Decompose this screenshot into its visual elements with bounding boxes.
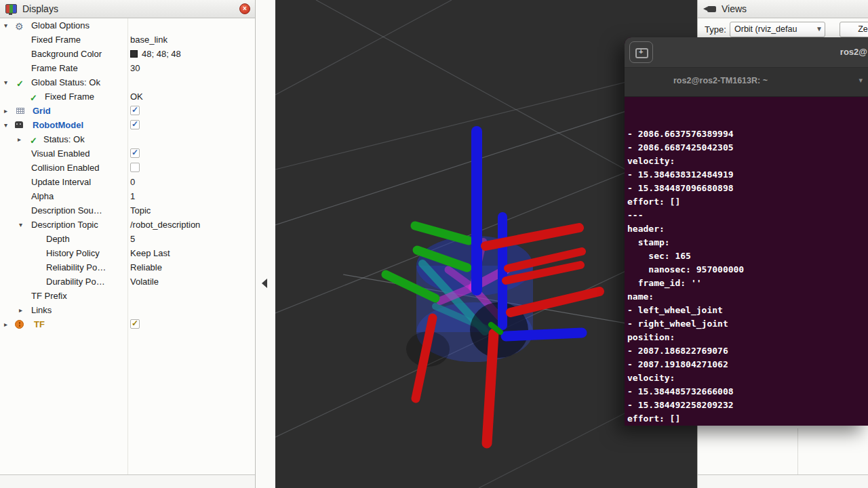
new-tab-button[interactable] <box>629 41 653 63</box>
property-value[interactable]: 0 <box>130 177 135 187</box>
display-row-global-status-ok[interactable]: ▾Global Status: Ok <box>0 75 255 89</box>
property-value[interactable]: /robot_description <box>130 220 200 230</box>
checkbox[interactable] <box>130 120 140 129</box>
property-label: Description Topic <box>31 220 98 230</box>
checkbox[interactable] <box>130 319 140 329</box>
displays-panel-title: Displays <box>22 3 58 14</box>
expander-down-icon[interactable]: ▾ <box>4 78 7 87</box>
display-row-links[interactable]: ▸Links <box>0 303 255 317</box>
check-icon <box>16 77 26 87</box>
terminal-window-title: ros2@ <box>840 47 867 57</box>
panel-splitter[interactable] <box>256 0 275 488</box>
views-type-label: Type: <box>705 24 726 35</box>
terminal-output[interactable]: - 2086.6637576389994- 2086.6687425042305… <box>625 96 868 426</box>
property-value[interactable]: 48; 48; 48 <box>142 49 181 59</box>
property-label: Frame Rate <box>31 63 78 73</box>
view-type-value: Orbit (rviz_defau <box>734 24 797 34</box>
camera-icon <box>707 6 716 12</box>
property-label: Grid <box>33 106 51 116</box>
check-icon <box>30 92 39 101</box>
display-row-reliability-po[interactable]: Reliability Po…Reliable <box>0 260 255 274</box>
terminal-line: sec: 165 <box>627 249 868 263</box>
terminal-tab-bar[interactable]: ros2@ros2-TM1613R: ~ ▾ <box>625 68 868 97</box>
display-row-description-sou[interactable]: Description Sou…Topic <box>0 203 255 218</box>
expander-right-icon[interactable]: ▸ <box>18 135 21 144</box>
robot-icon <box>15 121 23 128</box>
expander-right-icon[interactable]: ▸ <box>4 106 7 115</box>
terminal-line: --- <box>627 209 868 222</box>
property-value[interactable]: Reliable <box>130 262 162 272</box>
views-panel-title: Views <box>722 3 747 14</box>
display-row-history-policy[interactable]: History PolicyKeep Last <box>0 246 255 260</box>
display-row-frame-rate[interactable]: Frame Rate30 <box>0 61 255 75</box>
terminal-titlebar[interactable]: ros2@ <box>625 37 868 68</box>
property-value[interactable]: 30 <box>130 63 140 73</box>
terminal-line: - 2086.6637576389994 <box>627 127 868 141</box>
property-label: Status: Ok <box>43 134 85 144</box>
terminal-window[interactable]: ros2@ ros2@ros2-TM1613R: ~ ▾ - 2086.6637… <box>625 37 868 426</box>
expander-down-icon[interactable]: ▾ <box>4 121 7 129</box>
checkbox[interactable] <box>130 106 140 115</box>
property-label: Durability Po… <box>46 277 105 287</box>
terminal-line: frame_id: '' <box>627 277 868 290</box>
property-value[interactable]: 5 <box>130 234 135 244</box>
display-row-alpha[interactable]: Alpha1 <box>0 189 255 203</box>
property-label: History Policy <box>46 248 100 258</box>
displays-panel-icon <box>5 4 17 14</box>
property-value[interactable]: 1 <box>130 191 135 201</box>
property-label: Global Options <box>31 20 90 30</box>
terminal-line: - 15.384492258209232 <box>627 399 868 412</box>
terminal-line: nanosec: 957000000 <box>627 263 868 277</box>
view-type-dropdown[interactable]: Orbit (rviz_defau ▼ <box>730 22 825 37</box>
terminal-line: - 15.384638312484919 <box>627 168 868 182</box>
chevron-down-icon[interactable]: ▾ <box>859 76 863 85</box>
expander-down-icon[interactable]: ▾ <box>19 220 22 229</box>
display-row-tf-prefix[interactable]: TF Prefix <box>0 289 255 303</box>
display-row-robotmodel[interactable]: ▾RobotModel <box>0 118 255 132</box>
property-value[interactable]: Volatile <box>130 277 159 287</box>
property-label: Global Status: Ok <box>31 77 100 87</box>
display-row-global-options[interactable]: ▾Global Options <box>0 18 255 33</box>
terminal-line: stamp: <box>627 236 868 249</box>
terminal-line: - 2086.6687425042305 <box>627 141 868 155</box>
display-row-status-ok[interactable]: ▸Status: Ok <box>0 132 255 146</box>
display-row-grid[interactable]: ▸Grid <box>0 104 255 118</box>
rviz-window: Displays × ▾Global OptionsFixed Framebas… <box>0 0 868 488</box>
terminal-line: effort: [] <box>627 412 868 426</box>
views-panel-footer <box>698 475 868 488</box>
property-value[interactable]: Keep Last <box>130 248 170 258</box>
property-value[interactable]: OK <box>130 92 143 102</box>
display-row-description-topic[interactable]: ▾Description Topic/robot_description <box>0 218 255 232</box>
close-icon[interactable]: × <box>239 3 250 14</box>
expander-down-icon[interactable]: ▾ <box>4 21 7 30</box>
displays-titlebar[interactable]: Displays × <box>0 0 255 18</box>
display-row-collision-enabled[interactable]: Collision Enabled <box>0 161 255 175</box>
property-label: Update Interval <box>31 177 91 187</box>
tf-icon <box>15 320 24 329</box>
terminal-line: header: <box>627 222 868 236</box>
display-row-tf[interactable]: ▸TF <box>0 317 255 331</box>
property-value[interactable]: base_link <box>130 35 167 45</box>
display-row-durability-po[interactable]: Durability Po…Volatile <box>0 274 255 289</box>
checkbox[interactable] <box>130 148 140 158</box>
collapse-left-icon[interactable] <box>262 279 267 288</box>
property-label: Links <box>31 305 52 315</box>
expander-right-icon[interactable]: ▸ <box>19 306 22 314</box>
display-row-fixed-frame[interactable]: Fixed FrameOK <box>0 89 255 104</box>
zero-button[interactable]: Zero <box>840 22 868 37</box>
terminal-tab-title[interactable]: ros2@ros2-TM1613R: ~ <box>673 76 768 85</box>
display-row-fixed-frame[interactable]: Fixed Framebase_link <box>0 33 255 47</box>
terminal-line: - 15.384485732666008 <box>627 385 868 399</box>
property-value[interactable]: Topic <box>130 205 151 216</box>
property-label: Alpha <box>31 191 54 201</box>
property-label: Collision Enabled <box>31 163 99 173</box>
display-row-depth[interactable]: Depth5 <box>0 232 255 246</box>
display-row-background-color[interactable]: Background Color48; 48; 48 <box>0 47 255 61</box>
checkbox[interactable] <box>130 163 140 172</box>
expander-right-icon[interactable]: ▸ <box>4 320 7 329</box>
views-titlebar[interactable]: Views <box>698 0 868 18</box>
display-row-visual-enabled[interactable]: Visual Enabled <box>0 146 255 161</box>
terminal-line: effort: [] <box>627 195 868 209</box>
terminal-line: velocity: <box>627 155 868 168</box>
display-row-update-interval[interactable]: Update Interval0 <box>0 175 255 189</box>
